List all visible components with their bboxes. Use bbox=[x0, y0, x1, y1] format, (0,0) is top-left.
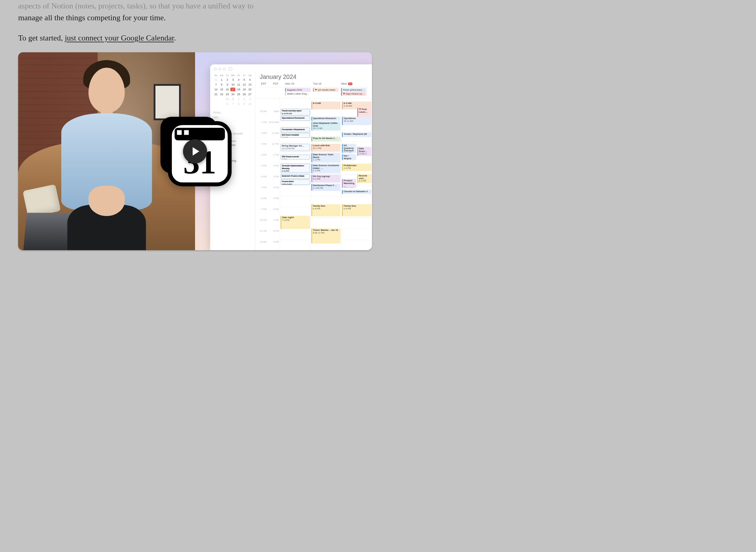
calendar-event[interactable]: Prep for All Hands 1… bbox=[312, 137, 341, 141]
connect-google-calendar-link[interactable]: just connect your Google Calendar bbox=[65, 33, 174, 42]
calendar-event[interactable]: OR Team Lunch1 PM bbox=[281, 155, 310, 159]
svg-rect-2 bbox=[175, 128, 225, 140]
allday-event[interactable]: ⚑ Q4 results share bbox=[313, 88, 338, 92]
calendar-event[interactable]: Fernando / Stephanie bbox=[281, 128, 310, 132]
calendar-event[interactable]: DS Core Huddle11 AM bbox=[281, 133, 310, 138]
calendar-event[interactable]: Operations Research bbox=[281, 116, 310, 121]
day-header-row: EST PST Mon 15 Tue 16 Wed 17 bbox=[260, 82, 368, 86]
allday-event[interactable]: Martin Luther King … bbox=[285, 92, 311, 96]
calendar-event[interactable]: ⚑ Post-Launc… bbox=[357, 108, 371, 117]
traffic-dot bbox=[218, 68, 221, 71]
calendar-header: January 2024 EST PST Mon 15 Tue 16 Wed 1… bbox=[255, 72, 372, 98]
calendar-event[interactable]: Dashboard Phase II …4–4:45 PM bbox=[312, 184, 341, 191]
tz-label: EST bbox=[260, 82, 272, 86]
day-column-wed[interactable]: 8–9 AM9–10 AM⚑ Post-Launc…Operations10–1… bbox=[341, 99, 372, 250]
calendar-event[interactable]: John:Stephanie Coffee Chat10–11 AM bbox=[312, 121, 341, 131]
svg-rect-3 bbox=[177, 130, 182, 135]
calendar-event[interactable]: Checkin w/ Salvador 4 bbox=[342, 190, 371, 194]
calendar-event[interactable]: Focus time3:30–5 PM bbox=[281, 179, 310, 185]
hour-gutter-est: 12 PM1 PM2 PM3 PM4 PM5 PM6 PM7 PM8 PM9 P… bbox=[255, 99, 267, 250]
calendar-event[interactable]: Operations Research: bbox=[312, 117, 341, 121]
calendar-event[interactable]: Kai / Stepha1–2 PM bbox=[342, 154, 356, 160]
article-paragraph-1: aspects of Notion (notes, projects, task… bbox=[18, 0, 372, 24]
allday-event[interactable]: Finish performance … bbox=[341, 88, 366, 92]
allday-event[interactable]: ⚑ Dept Heads Upda… bbox=[341, 92, 366, 96]
traffic-dot bbox=[223, 68, 226, 71]
allday-cell: ⚑ Q4 results share bbox=[312, 87, 340, 96]
calendar-event[interactable]: Hiring Manager Int…12–12:45 PM bbox=[281, 144, 310, 151]
day-column-mon[interactable]: Tools weekly sync9–9:45 AMOperations Res… bbox=[280, 99, 311, 250]
app-window: SuMoTuWeThFrSa 3112345678910111213141516… bbox=[210, 64, 372, 250]
allday-cell: Augusto OOOMartin Luther King … bbox=[284, 87, 312, 96]
calendar-event[interactable]: Lunch with Rob12–1 PM bbox=[312, 144, 341, 152]
calendar-event[interactable]: Family time6–8 PM bbox=[342, 204, 371, 216]
day-column-tue[interactable]: 8–9 AMOperations Research:John:Stephanie… bbox=[311, 99, 341, 250]
article-paragraph-2: To get started, just connect your Google… bbox=[18, 32, 372, 44]
day-header[interactable]: Mon 15 bbox=[284, 82, 312, 86]
sidebar-toggle-icon bbox=[229, 67, 232, 71]
calendar-event[interactable]: Remote visit …3–4 PM bbox=[357, 174, 371, 183]
presenter bbox=[40, 60, 173, 250]
video-preview-card[interactable]: SuMoTuWeThFrSa 3112345678910111213141516… bbox=[18, 52, 372, 250]
calendar-event[interactable]: Pediatrician2–3 PM bbox=[342, 164, 371, 171]
calendar-event[interactable]: Tomás / Stephanie (6t bbox=[342, 132, 371, 137]
faded-line: aspects of Notion (notes, projects, task… bbox=[18, 2, 253, 10]
day-header[interactable]: Wed 17 bbox=[340, 82, 368, 86]
play-button[interactable] bbox=[183, 139, 207, 163]
calendar-event[interactable]: DS Quarterly Outreach12–1 PM bbox=[342, 144, 356, 153]
calendar-body[interactable]: 12 PM1 PM2 PM3 PM4 PM5 PM6 PM7 PM8 PM9 P… bbox=[255, 98, 372, 250]
calendar-event[interactable]: Date night!7–9 PM bbox=[281, 216, 310, 229]
calendar-event[interactable]: Debrief: Pedro | Data bbox=[281, 174, 310, 179]
calendar-event[interactable]: 8–9 AM bbox=[312, 102, 341, 109]
calendar-event[interactable]: Data Scien…12:30–1: bbox=[357, 147, 371, 156]
window-traffic-lights bbox=[210, 64, 372, 72]
calendar-event[interactable]: Data Science Contractor Intake: …2–3 PM bbox=[312, 164, 341, 173]
mini-calendar[interactable]: SuMoTuWeThFrSa 3112345678910111213141516… bbox=[213, 74, 253, 106]
line-2: manage all the things competing for your… bbox=[18, 13, 166, 22]
calendar-event[interactable]: Tools weekly sync9–9:45 AM bbox=[281, 109, 310, 115]
traffic-dot bbox=[214, 68, 217, 71]
allday-cell: Finish performance …⚑ Dept Heads Upda… bbox=[340, 87, 368, 96]
hour-gutter-pst: 9AM10:10 AM11 AM12 PM1 PM2 PM3 PM4 PM5 P… bbox=[267, 99, 280, 250]
calendar-event[interactable]: Product Marketing …3:30–4:30 PM bbox=[342, 179, 356, 188]
cta-prefix: To get started, bbox=[18, 33, 65, 42]
calendar-event[interactable]: Data Science Team Meets1–2 PM bbox=[312, 153, 341, 162]
tz-label: PST bbox=[272, 82, 284, 86]
today-badge: 17 bbox=[348, 83, 353, 85]
calendar-event[interactable]: Operations10–11 AM bbox=[342, 117, 371, 125]
cta-suffix: . bbox=[174, 33, 176, 42]
svg-rect-4 bbox=[184, 130, 189, 135]
month-title: January 2024 bbox=[260, 74, 368, 81]
allday-event[interactable]: Augusto OOO bbox=[285, 88, 311, 92]
calendar-event[interactable]: Family time6–8 PM bbox=[312, 204, 341, 216]
day-header[interactable]: Tue 16 bbox=[312, 82, 340, 86]
calendar-event[interactable]: DS Org regroup3–4 PM bbox=[312, 175, 341, 182]
calendar-event[interactable]: Growth Optimization Weekly2–3 PM bbox=[281, 164, 310, 173]
calendar-event[interactable]: Ticket: Bambu – Jan 168:30–11 PM bbox=[312, 229, 341, 244]
